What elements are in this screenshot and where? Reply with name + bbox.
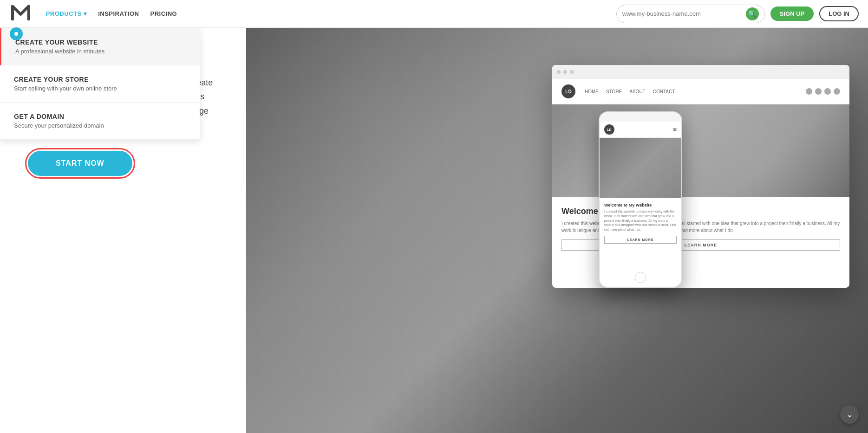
site-nav-contact: CONTACT xyxy=(653,89,675,94)
phone-logo: LD xyxy=(604,124,614,135)
navbar: JI PRODUCTS ▾ INSPIRATION PRICING 🔍 SIGN… xyxy=(0,0,868,28)
social-icon-2 xyxy=(815,88,822,95)
dropdown-item-store[interactable]: CREATE YOUR STORE Start selling with you… xyxy=(0,65,200,103)
logo[interactable]: JI xyxy=(9,0,32,40)
phone-mockup: LD ≡ Welcome to My Website I created thi… xyxy=(599,111,682,288)
search-button[interactable]: 🔍 xyxy=(746,7,759,20)
phone-status-bar xyxy=(600,112,681,122)
phone-welcome-desc: I created this website to share my hobby… xyxy=(604,209,677,232)
dropdown-item-store-title: CREATE YOUR STORE xyxy=(14,76,186,83)
phone-learn-more-btn[interactable]: LEARN MORE xyxy=(604,236,677,244)
phone-welcome-title: Welcome to My Website xyxy=(604,203,677,207)
site-nav: LD HOME STORE ABOUT CONTACT xyxy=(552,79,849,104)
logo-m-icon xyxy=(9,1,32,22)
phone-home-button[interactable] xyxy=(635,272,646,283)
phone-menu-icon[interactable]: ≡ xyxy=(673,126,677,133)
social-icon-4 xyxy=(834,88,840,95)
site-text-area: Welcome to My Website I created this web… xyxy=(552,197,849,260)
logo-do-circle xyxy=(10,27,23,40)
social-icon-1 xyxy=(806,88,812,95)
dropdown-item-domain[interactable]: GET A DOMAIN Secure your personalized do… xyxy=(0,103,200,140)
site-nav-about: ABOUT xyxy=(629,89,645,94)
site-logo: LD xyxy=(561,84,575,98)
phone-nav: LD ≡ xyxy=(600,122,681,138)
social-icon-3 xyxy=(824,88,831,95)
nav-pricing[interactable]: PRICING xyxy=(150,10,177,17)
site-nav-home: HOME xyxy=(585,89,599,94)
dropdown-item-domain-desc: Secure your personalized domain xyxy=(14,122,186,129)
browser-dot-2 xyxy=(563,70,567,74)
nav-products[interactable]: PRODUCTS ▾ xyxy=(46,10,87,17)
logo-text-ji: JI xyxy=(9,0,19,1)
svg-point-0 xyxy=(14,32,18,36)
dropdown-item-website-desc: A professional website in minutes xyxy=(15,48,186,55)
scroll-down-button[interactable]: ⌄ xyxy=(840,405,859,424)
search-icon: 🔍 xyxy=(748,10,756,18)
chevron-down-icon: ⌄ xyxy=(846,409,853,420)
browser-content: LD HOME STORE ABOUT CONTACT xyxy=(552,79,849,260)
nav-right: 🔍 SIGN UP LOG IN xyxy=(616,5,859,23)
nav-links: PRODUCTS ▾ INSPIRATION PRICING xyxy=(46,10,177,17)
dropdown-item-domain-title: GET A DOMAIN xyxy=(14,113,186,120)
site-hero-image xyxy=(552,104,849,197)
browser-mockup: LD HOME STORE ABOUT CONTACT xyxy=(552,65,849,288)
dropdown-item-website-title: CREATE YOUR WEBSITE xyxy=(15,39,186,46)
phone-hero-image xyxy=(600,138,681,198)
browser-dot-1 xyxy=(557,70,561,74)
site-nav-links: HOME STORE ABOUT CONTACT xyxy=(585,89,675,94)
browser-bar xyxy=(552,65,849,79)
site-nav-store: STORE xyxy=(606,89,622,94)
site-social-icons xyxy=(806,88,840,95)
phone-text-area: Welcome to My Website I created this web… xyxy=(600,198,681,248)
browser-dot-3 xyxy=(570,70,574,74)
nav-inspiration[interactable]: INSPIRATION xyxy=(98,10,139,17)
login-button[interactable]: LOG IN xyxy=(819,6,859,21)
dropdown-item-store-desc: Start selling with your own online store xyxy=(14,85,186,92)
signup-button[interactable]: SIGN UP xyxy=(770,6,814,21)
search-input[interactable] xyxy=(622,10,746,17)
search-bar: 🔍 xyxy=(616,5,765,23)
products-dropdown: CREATE YOUR WEBSITE A professional websi… xyxy=(0,28,200,140)
chevron-down-icon: ▾ xyxy=(84,10,87,17)
right-panel: LD HOME STORE ABOUT CONTACT xyxy=(246,28,868,433)
start-now-button[interactable]: START NOW xyxy=(28,151,132,176)
